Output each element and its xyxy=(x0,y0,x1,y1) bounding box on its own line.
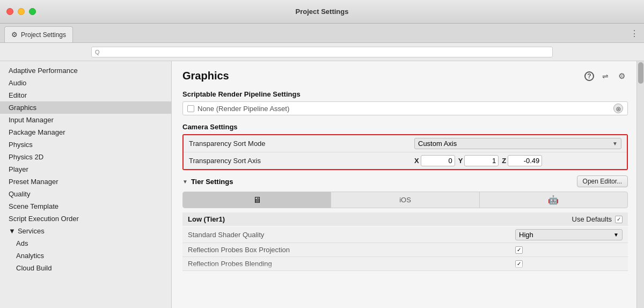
search-input[interactable] xyxy=(102,48,549,56)
axis-y-label: Y xyxy=(458,157,463,165)
pipeline-checkbox[interactable] xyxy=(187,105,194,112)
window-controls xyxy=(6,8,36,15)
active-tab[interactable]: ⚙ Project Settings xyxy=(4,26,73,42)
reflection-box-value: ✓ xyxy=(515,246,623,254)
main-layout: Adaptive Performance Audio Editor Graphi… xyxy=(0,61,644,308)
dropdown-arrow-icon: ▼ xyxy=(612,141,618,146)
axis-y-field: Y xyxy=(458,155,499,166)
sidebar-item-services[interactable]: ▼ Services xyxy=(0,225,171,237)
reflection-blending-value: ✓ xyxy=(515,260,623,268)
pipeline-value: None (Render Pipeline Asset) xyxy=(197,105,610,113)
use-defaults-checkbox[interactable]: ✓ xyxy=(615,216,623,223)
sidebar-item-editor[interactable]: Editor xyxy=(0,89,171,101)
camera-settings-section: Camera Settings Transparency Sort Mode C… xyxy=(182,123,628,170)
axis-x-input[interactable] xyxy=(421,155,455,166)
help-icon[interactable]: ? xyxy=(583,70,596,83)
axis-x-label: X xyxy=(414,157,419,165)
tier-content-header: Low (Tier1) Use Defaults ✓ xyxy=(182,212,628,226)
reflection-box-checkbox[interactable]: ✓ xyxy=(515,246,523,254)
reflection-box-label: Reflection Probes Box Projection xyxy=(188,246,515,254)
search-wrapper: Q xyxy=(91,47,553,57)
sidebar-item-package-manager[interactable]: Package Manager xyxy=(0,126,171,138)
highlighted-settings-box: Transparency Sort Mode Custom Axis ▼ Tra… xyxy=(182,134,628,170)
transparency-sort-mode-row: Transparency Sort Mode Custom Axis ▼ xyxy=(184,135,627,152)
searchbar: Q xyxy=(0,43,644,61)
more-tabs-button[interactable]: ⋮ xyxy=(630,28,639,38)
sidebar-item-physics[interactable]: Physics xyxy=(0,138,171,151)
sidebar-item-ads[interactable]: Ads xyxy=(0,237,171,250)
sidebar-item-preset-manager[interactable]: Preset Manager xyxy=(0,175,171,188)
platform-tabs: 🖥 iOS 🤖 xyxy=(182,192,628,208)
use-defaults-label: Use Defaults xyxy=(572,215,612,223)
tier-settings-section: ▼ Tier Settings Open Editor... 🖥 iOS 🤖 xyxy=(182,175,628,271)
tabbar: ⚙ Project Settings ⋮ xyxy=(0,24,644,43)
axis-z-input[interactable] xyxy=(508,155,542,166)
sidebar: Adaptive Performance Audio Editor Graphi… xyxy=(0,61,172,308)
standard-shader-quality-value: High ▼ xyxy=(515,229,623,240)
scrollbar-thumb[interactable] xyxy=(638,62,643,84)
gear-icon[interactable]: ⚙ xyxy=(615,70,628,83)
transparency-sort-mode-value: Custom Axis ▼ xyxy=(414,138,621,149)
standard-shader-quality-dropdown[interactable]: High ▼ xyxy=(515,229,623,240)
axis-z-label: Z xyxy=(502,157,506,165)
minimize-button[interactable] xyxy=(18,8,25,15)
tier-settings-header: ▼ Tier Settings Open Editor... xyxy=(182,175,628,187)
settings-icon: ⚙ xyxy=(11,31,18,39)
reflection-blending-checkbox[interactable]: ✓ xyxy=(515,260,523,268)
sidebar-item-physics-2d[interactable]: Physics 2D xyxy=(0,151,171,163)
window-title: Project Settings xyxy=(296,8,349,16)
page-title: Graphics xyxy=(182,70,229,82)
ios-tab-label: iOS xyxy=(399,196,411,204)
tier-arrow-icon: ▼ xyxy=(182,179,188,185)
axis-x-field: X xyxy=(414,155,455,166)
sidebar-item-analytics[interactable]: Analytics xyxy=(0,250,171,262)
search-icon: Q xyxy=(95,49,100,55)
sidebar-item-audio[interactable]: Audio xyxy=(0,77,171,89)
sidebar-item-script-execution-order[interactable]: Script Execution Order xyxy=(0,212,171,225)
maximize-button[interactable] xyxy=(29,8,36,15)
camera-settings-label: Camera Settings xyxy=(182,123,628,131)
services-arrow-icon: ▼ xyxy=(9,227,16,235)
tier-content-title: Low (Tier1) xyxy=(188,215,225,223)
content-area: Graphics ? ⇌ ⚙ Scriptable Render Pipelin… xyxy=(172,61,644,308)
header-icons: ? ⇌ ⚙ xyxy=(583,70,628,83)
transparency-sort-axis-label: Transparency Sort Axis xyxy=(189,157,414,165)
tier-settings-title: ▼ Tier Settings xyxy=(182,178,233,186)
sidebar-item-adaptive-performance[interactable]: Adaptive Performance xyxy=(0,64,171,77)
android-icon: 🤖 xyxy=(548,195,559,205)
sidebar-item-cloud-build[interactable]: Cloud Build xyxy=(0,262,171,274)
tier-row-reflection-blending: Reflection Probes Blending ✓ xyxy=(182,257,628,271)
transparency-sort-axis-value: X Y Z xyxy=(414,155,621,166)
reflection-blending-label: Reflection Probes Blending xyxy=(188,260,515,268)
desktop-icon: 🖥 xyxy=(253,195,261,205)
sidebar-item-player[interactable]: Player xyxy=(0,163,171,175)
pipeline-row: None (Render Pipeline Asset) ◎ xyxy=(182,101,628,115)
titlebar: Project Settings xyxy=(0,0,644,24)
scriptable-render-pipeline-label: Scriptable Render Pipeline Settings xyxy=(182,90,628,98)
sidebar-item-graphics[interactable]: Graphics xyxy=(0,101,171,114)
pipeline-select-button[interactable]: ◎ xyxy=(613,104,623,113)
standard-shader-quality-label: Standard Shader Quality xyxy=(188,231,515,239)
tier-row-standard-shader: Standard Shader Quality High ▼ xyxy=(182,227,628,243)
platform-tab-android[interactable]: 🤖 xyxy=(480,192,627,208)
transparency-sort-mode-label: Transparency Sort Mode xyxy=(189,140,414,148)
sidebar-item-scene-template[interactable]: Scene Template xyxy=(0,200,171,212)
close-button[interactable] xyxy=(6,8,13,15)
platform-tab-ios[interactable]: iOS xyxy=(331,192,479,208)
axis-y-input[interactable] xyxy=(464,155,499,166)
open-editor-button[interactable]: Open Editor... xyxy=(577,175,628,187)
scrollbar-track xyxy=(636,61,644,308)
tier-row-reflection-box: Reflection Probes Box Projection ✓ xyxy=(182,243,628,257)
tab-label: Project Settings xyxy=(21,31,66,39)
content-header: Graphics ? ⇌ ⚙ xyxy=(182,70,628,83)
use-defaults-container: Use Defaults ✓ xyxy=(572,215,623,223)
sliders-icon[interactable]: ⇌ xyxy=(599,70,612,83)
sidebar-item-quality[interactable]: Quality xyxy=(0,188,171,200)
transparency-sort-mode-dropdown[interactable]: Custom Axis ▼ xyxy=(414,138,621,149)
dropdown-arrow-icon: ▼ xyxy=(613,232,619,238)
axis-z-field: Z xyxy=(502,155,542,166)
sidebar-item-input-manager[interactable]: Input Manager xyxy=(0,114,171,126)
platform-tab-desktop[interactable]: 🖥 xyxy=(183,192,331,208)
transparency-sort-axis-row: Transparency Sort Axis X Y Z xyxy=(184,152,627,169)
